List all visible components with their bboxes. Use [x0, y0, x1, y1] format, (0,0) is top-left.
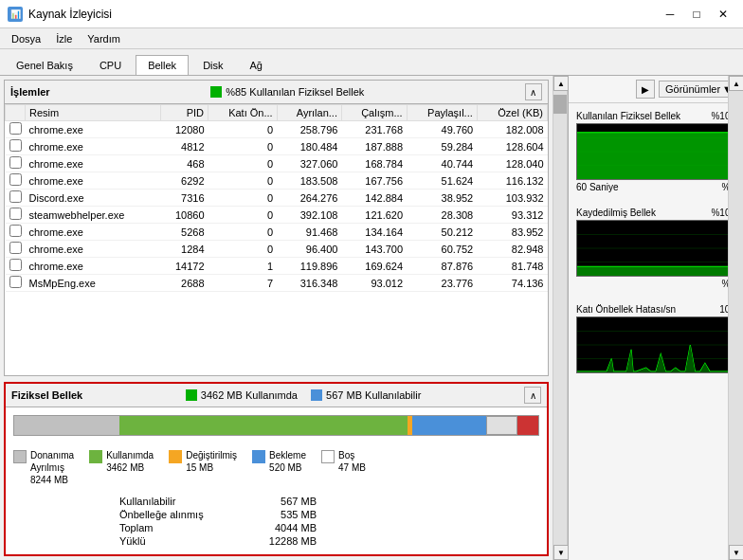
- row-kati: 0: [208, 241, 278, 258]
- right-panel-header: ▶ Görünümler ▼: [569, 76, 743, 103]
- row-pid: 7316: [160, 190, 208, 207]
- legend-text-used: Kullanımda3462 MB: [106, 449, 154, 474]
- physical-memory-section: Fiziksel Bellek 3462 MB Kullanımda 567 M…: [4, 382, 549, 556]
- row-kati: 0: [208, 190, 278, 207]
- legend-color-hardware: [13, 450, 27, 463]
- right-scroll-down-btn[interactable]: ▼: [729, 545, 743, 560]
- menu-izle[interactable]: İzle: [48, 31, 80, 46]
- menubar: Dosya İzle Yardım: [0, 28, 743, 49]
- row-pid: 14172: [160, 258, 208, 275]
- scroll-down-btn[interactable]: ▼: [553, 545, 569, 560]
- col-header-pid: PID: [160, 105, 208, 121]
- row-checkbox[interactable]: [6, 172, 26, 190]
- row-ayrilan: 327.060: [277, 155, 341, 172]
- row-name: MsMpEng.exe: [26, 275, 161, 292]
- graph1-time: 60 Saniye: [576, 182, 618, 192]
- graph-saved-memory: Kaydedilmiş Bellek %100: [572, 204, 739, 300]
- stat-value-cached: 535 MB: [250, 509, 317, 520]
- table-row: chrome.exe 4812 0 180.484 187.888 59.284…: [6, 138, 548, 155]
- row-checkbox[interactable]: [6, 207, 26, 224]
- graph3-header: Katı Önbellek Hatası/sn 100: [576, 304, 735, 315]
- row-kati: 0: [208, 138, 278, 155]
- maximize-button[interactable]: □: [684, 4, 709, 25]
- right-scroll-up-btn[interactable]: ▲: [729, 76, 743, 91]
- menu-dosya[interactable]: Dosya: [4, 31, 48, 46]
- table-row: chrome.exe 468 0 327.060 168.784 40.744 …: [6, 155, 548, 172]
- scroll-up-btn[interactable]: ▲: [553, 76, 569, 91]
- bar-used: [119, 416, 408, 435]
- stat-value-installed: 12288 MB: [250, 535, 317, 547]
- graph-physical-memory: Kullanılan Fiziksel Bellek %100: [572, 107, 739, 204]
- table-row: Discord.exe 7316 0 264.276 142.884 38.95…: [6, 190, 548, 207]
- processes-table-container[interactable]: Resim PID Katı Ön... Ayrılan... Çalışm..…: [5, 104, 548, 375]
- col-header-check: [6, 105, 26, 121]
- tab-genel-bakis[interactable]: Genel Bakış: [4, 55, 85, 75]
- close-button[interactable]: ✕: [711, 4, 735, 25]
- col-header-paylasilan: Paylaşıl...: [407, 105, 477, 121]
- left-panel: İşlemler %85 Kullanılan Fiziksel Bellek …: [0, 76, 553, 560]
- row-name: chrome.exe: [26, 155, 161, 172]
- row-calisan: 169.624: [341, 258, 407, 275]
- tab-ag[interactable]: Ağ: [238, 55, 275, 75]
- tab-disk[interactable]: Disk: [190, 55, 235, 75]
- row-ayrilan: 258.796: [277, 121, 341, 138]
- row-calisan: 93.012: [341, 275, 407, 292]
- right-scrollbar[interactable]: ▲ ▼: [728, 76, 743, 560]
- row-ozel: 74.136: [477, 275, 547, 292]
- minimize-button[interactable]: ─: [658, 4, 682, 25]
- row-checkbox[interactable]: [6, 121, 26, 138]
- row-kati: 0: [208, 121, 278, 138]
- tab-cpu[interactable]: CPU: [87, 55, 134, 75]
- graph3-canvas: [576, 316, 735, 373]
- row-checkbox[interactable]: [6, 258, 26, 275]
- row-calisan: 187.888: [341, 138, 407, 155]
- legend-used: Kullanımda3462 MB: [89, 449, 154, 486]
- row-paylasilan: 23.776: [407, 275, 477, 292]
- row-checkbox[interactable]: [6, 241, 26, 258]
- stat-cached: Önbelleğe alınmış 535 MB: [119, 509, 317, 520]
- graph1-canvas: [576, 123, 735, 180]
- row-checkbox[interactable]: [6, 275, 26, 292]
- row-checkbox[interactable]: [6, 224, 26, 241]
- bar-free: [486, 416, 517, 435]
- row-pid: 10860: [160, 207, 208, 224]
- row-ozel: 128.040: [477, 155, 547, 172]
- row-name: chrome.exe: [26, 138, 161, 155]
- avail-indicator: [311, 389, 322, 401]
- stat-group: Kullanılabilir 567 MB Önbelleğe alınmış …: [119, 496, 317, 547]
- memory-legend: DonanımaAyrılmış8244 MB Kullanımda3462 M…: [6, 443, 547, 492]
- table-row: chrome.exe 6292 0 183.508 167.756 51.624…: [6, 172, 548, 190]
- processes-table: Resim PID Katı Ön... Ayrılan... Çalışm..…: [5, 104, 548, 292]
- physical-memory-title: Fiziksel Bellek: [11, 389, 82, 401]
- row-ozel: 82.948: [477, 241, 547, 258]
- row-checkbox[interactable]: [6, 138, 26, 155]
- nav-back-btn[interactable]: ▶: [636, 80, 655, 99]
- row-ozel: 182.008: [477, 121, 547, 138]
- row-kati: 0: [208, 207, 278, 224]
- row-ozel: 128.604: [477, 138, 547, 155]
- row-checkbox[interactable]: [6, 155, 26, 172]
- legend-text-modified: Değiştirilmiş15 MB: [186, 449, 237, 474]
- tabbar: Genel Bakış CPU Bellek Disk Ağ: [0, 49, 743, 76]
- row-name: steamwebhelper.exe: [26, 207, 161, 224]
- menu-yardim[interactable]: Yardım: [80, 31, 128, 46]
- bar-standby: [412, 416, 485, 435]
- collapse-button[interactable]: ∧: [525, 83, 542, 100]
- row-calisan: 168.784: [341, 155, 407, 172]
- bar-hardware: [14, 416, 119, 435]
- row-pid: 5268: [160, 224, 208, 241]
- views-label: Görünümler: [665, 83, 720, 95]
- tab-bellek[interactable]: Bellek: [136, 55, 189, 75]
- graph2-title: Kaydedilmiş Bellek: [576, 208, 656, 218]
- row-checkbox[interactable]: [6, 190, 26, 207]
- stat-label-installed: Yüklü: [119, 535, 243, 547]
- phys-collapse-button[interactable]: ∧: [524, 387, 541, 404]
- legend-modified: Değiştirilmiş15 MB: [169, 449, 237, 486]
- processes-section: İşlemler %85 Kullanılan Fiziksel Bellek …: [4, 80, 549, 376]
- memory-bar-container: [6, 407, 547, 443]
- svg-rect-4: [577, 133, 734, 179]
- main-scrollbar[interactable]: ▲ ▼: [553, 76, 568, 560]
- row-paylasilan: 40.744: [407, 155, 477, 172]
- row-paylasilan: 28.308: [407, 207, 477, 224]
- row-ozel: 103.932: [477, 190, 547, 207]
